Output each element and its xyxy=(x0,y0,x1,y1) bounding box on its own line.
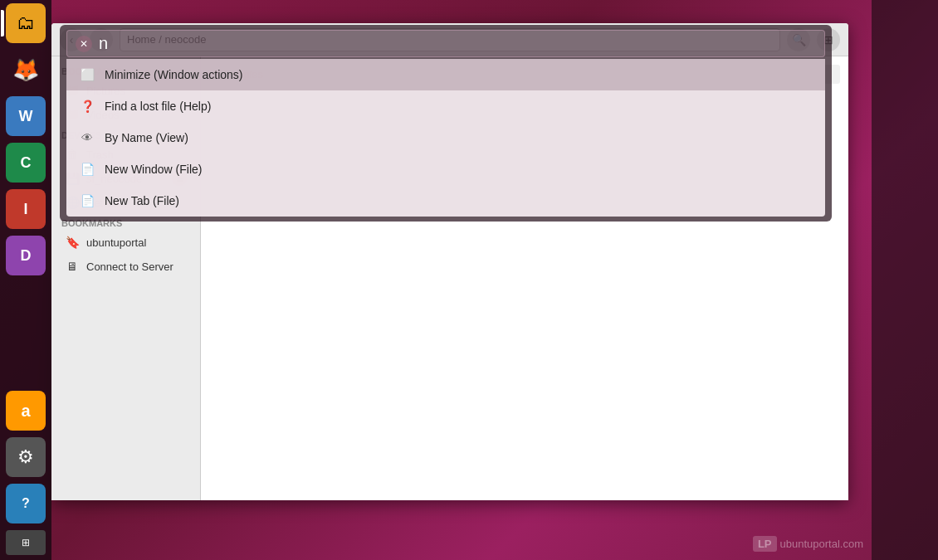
sidebar-connect-label: Connect to Server xyxy=(86,261,173,273)
launcher-icon-calc[interactable]: C xyxy=(6,143,46,183)
ubuntuportal-icon: 🔖 xyxy=(65,235,80,250)
sidebar-ubuntuportal-label: ubuntuportal xyxy=(86,236,146,249)
calc-icon: C xyxy=(21,154,32,172)
search-input-row: ✕ xyxy=(66,30,825,57)
launcher-icon-files[interactable]: 🗂 xyxy=(6,3,46,43)
files-icon: 🗂 xyxy=(17,12,35,34)
search-input[interactable] xyxy=(99,34,816,53)
connect-server-icon: 🖥 xyxy=(65,259,80,274)
search-bar-wrapper: ✕ ⬜ Minimize (Window actions) ❓ Find a l… xyxy=(60,25,832,222)
launcher-icon-impress[interactable]: I xyxy=(6,189,46,229)
sidebar-item-connect-to-server[interactable]: 🖥 Connect to Server xyxy=(55,255,197,278)
launcher-icon-help[interactable]: ? xyxy=(6,484,46,523)
result-4-label: New Tab (File) xyxy=(105,194,179,207)
right-panel xyxy=(872,0,938,560)
result-1-icon: ❓ xyxy=(80,99,95,114)
amazon-icon: a xyxy=(21,402,30,421)
launcher-icon-amazon[interactable]: a xyxy=(6,391,46,431)
search-result-3[interactable]: 📄 New Window (File) xyxy=(66,153,825,185)
result-3-icon: 📄 xyxy=(80,162,95,177)
launcher-icon-writer[interactable]: W xyxy=(6,96,46,136)
search-result-0[interactable]: ⬜ Minimize (Window actions) xyxy=(66,59,825,90)
launcher-icon-workspace[interactable]: ⊞ xyxy=(6,530,46,555)
sidebar-item-ubuntuportal[interactable]: 🔖 ubuntuportal xyxy=(55,231,197,254)
watermark-badge: LP xyxy=(753,536,777,552)
search-result-4[interactable]: 📄 New Tab (File) xyxy=(66,185,825,217)
launcher: 🗂 🦊 W C I D a ⚙ ? ⊞ xyxy=(0,0,51,560)
result-2-label: By Name (View) xyxy=(105,131,188,144)
impress-icon: I xyxy=(23,201,27,218)
clear-icon: ✕ xyxy=(80,38,88,50)
result-4-icon: 📄 xyxy=(80,193,95,208)
result-0-icon: ⬜ xyxy=(80,67,95,82)
watermark-text: ubuntuportal.com xyxy=(780,538,863,550)
result-2-icon: 👁 xyxy=(80,130,95,145)
result-0-label: Minimize (Window actions) xyxy=(105,68,242,81)
launcher-icon-settings[interactable]: ⚙ xyxy=(6,437,46,477)
writer-icon: W xyxy=(19,108,33,125)
launcher-icon-firefox[interactable]: 🦊 xyxy=(6,50,46,90)
search-dropdown: ⬜ Minimize (Window actions) ❓ Find a los… xyxy=(66,59,825,217)
search-result-2[interactable]: 👁 By Name (View) xyxy=(66,122,825,153)
watermark: LP ubuntuportal.com xyxy=(753,536,863,552)
draw-icon: D xyxy=(21,247,32,265)
workspace-icon: ⊞ xyxy=(22,537,30,548)
search-result-1[interactable]: ❓ Find a lost file (Help) xyxy=(66,90,825,122)
settings-icon: ⚙ xyxy=(17,446,34,468)
result-1-label: Find a lost file (Help) xyxy=(105,100,211,113)
firefox-icon: 🦊 xyxy=(12,57,39,83)
search-clear-button[interactable]: ✕ xyxy=(76,36,92,52)
result-3-label: New Window (File) xyxy=(105,163,202,176)
launcher-icon-draw[interactable]: D xyxy=(6,236,46,275)
help-icon: ? xyxy=(22,496,30,511)
